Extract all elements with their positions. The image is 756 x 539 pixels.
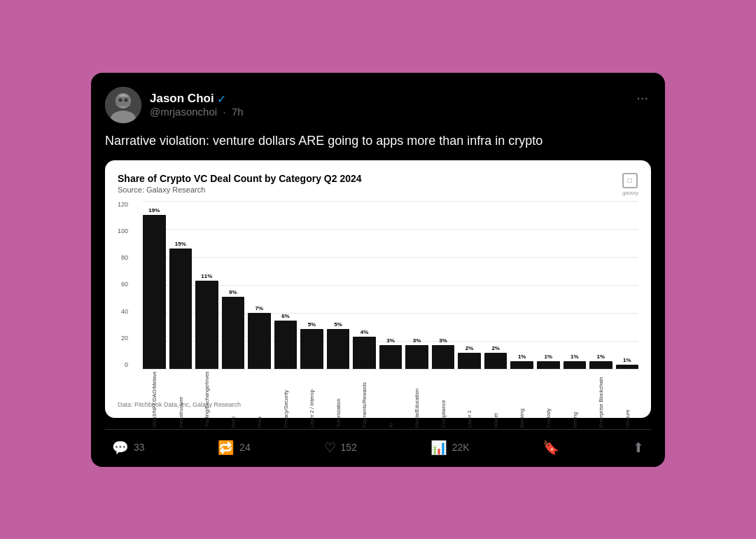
bar-percent-label: 15%	[175, 241, 186, 247]
bar-percent-label: 3%	[413, 337, 421, 344]
bar-col: 1%	[510, 201, 533, 369]
x-axis-label: Web3/NFT/DAO/Metaverse/Gaming	[143, 372, 166, 428]
svg-point-6	[125, 98, 128, 102]
verified-icon: ✓	[217, 92, 226, 106]
bar	[300, 329, 323, 369]
y-axis: 120100806040200	[118, 201, 131, 369]
bar-col: 2%	[458, 201, 481, 369]
tweet-header: Jason Choi ✓ @mrjasonchoi · 7h ···	[105, 87, 651, 123]
x-axis-label: Layer 1	[458, 372, 481, 428]
like-button[interactable]: ♡ 152	[324, 440, 357, 456]
galaxy-logo: ▢ galaxy	[622, 173, 638, 196]
bar-percent-label: 3%	[386, 337, 395, 344]
bar	[589, 361, 612, 369]
tweet-actions: 💬 33 🔁 24 ♡ 152 📊 22K 🔖 ⬆	[105, 429, 651, 467]
x-axis-label: Data	[248, 372, 271, 428]
x-axis-label: Tokenization	[327, 372, 350, 428]
user-name-row: Jason Choi ✓	[150, 92, 244, 106]
bar-col: 1%	[616, 201, 639, 369]
views-count: 22K	[452, 442, 470, 453]
bar-col: 5%	[300, 201, 323, 369]
x-labels: Web3/NFT/DAO/Metaverse/GamingInfrastruct…	[118, 372, 638, 428]
bar-col: 7%	[248, 201, 271, 369]
bar-col: 3%	[379, 201, 402, 369]
bar	[222, 297, 245, 369]
chart-title: Share of Crypto VC Deal Count by Categor…	[118, 173, 362, 184]
bar-col: 5%	[327, 201, 350, 369]
y-axis-label: 60	[121, 281, 128, 288]
bar	[248, 313, 271, 369]
bar	[353, 337, 376, 369]
bar-chart-area: 120100806040200 19%15%11%9%7%6%5%5%4%3%3…	[118, 201, 638, 397]
avatar	[105, 87, 141, 123]
retweet-button[interactable]: 🔁 24	[218, 440, 251, 456]
bar-percent-label: 1%	[544, 354, 552, 360]
chart-title-block: Share of Crypto VC Deal Count by Categor…	[118, 173, 362, 201]
bar-col: 11%	[195, 201, 218, 369]
svg-point-5	[119, 98, 122, 102]
x-axis-label: DeFi	[222, 372, 245, 428]
bar-percent-label: 7%	[255, 305, 264, 312]
svg-rect-4	[116, 97, 130, 106]
bar-col: 15%	[169, 201, 192, 369]
bar-col: 1%	[564, 201, 587, 369]
x-axis-label: Media/Education	[405, 372, 428, 428]
bar	[327, 329, 350, 369]
user-handle-time: @mrjasonchoi · 7h	[150, 106, 244, 118]
bar	[405, 345, 428, 369]
bar	[616, 365, 639, 369]
tweet-header-left: Jason Choi ✓ @mrjasonchoi · 7h	[105, 87, 244, 123]
x-axis-label: AI	[379, 372, 402, 428]
more-options-button[interactable]: ···	[634, 87, 651, 108]
x-axis-label: Layer 2 / Interop	[300, 372, 323, 428]
bar-col: 1%	[537, 201, 560, 369]
bar-percent-label: 3%	[439, 337, 447, 344]
bar	[195, 281, 218, 369]
y-axis-label: 100	[118, 227, 128, 234]
grid-line	[143, 369, 638, 370]
bar-percent-label: 5%	[308, 321, 316, 328]
x-axis-label: Compliance	[432, 372, 455, 428]
x-axis-label: Trading/Exchange/Investing/Lending	[195, 372, 218, 428]
reply-button[interactable]: 💬 33	[112, 440, 145, 456]
share-icon: ⬆	[633, 440, 644, 456]
share-button[interactable]: ⬆	[633, 440, 644, 456]
bar	[510, 361, 533, 369]
bar	[169, 248, 192, 369]
user-name: Jason Choi	[150, 92, 214, 106]
bar-percent-label: 2%	[491, 345, 500, 351]
views-icon: 📊	[430, 440, 447, 456]
bar-percent-label: 1%	[623, 357, 631, 363]
chart-header-row: Share of Crypto VC Deal Count by Categor…	[118, 173, 638, 201]
user-info: Jason Choi ✓ @mrjasonchoi · 7h	[150, 92, 244, 118]
bar	[484, 353, 507, 369]
reply-count: 33	[134, 442, 145, 453]
bookmark-button[interactable]: 🔖	[542, 440, 559, 456]
y-axis-label: 40	[121, 308, 128, 315]
bar-col: 3%	[432, 201, 455, 369]
x-axis-label: Venture	[616, 372, 639, 428]
y-axis-label: 20	[121, 335, 128, 342]
bar-col: 6%	[274, 201, 298, 369]
x-axis-label: Mining	[564, 372, 587, 428]
x-axis-label: Custody	[537, 372, 560, 428]
views-button[interactable]: 📊 22K	[430, 440, 470, 456]
retweet-count: 24	[239, 442, 251, 453]
bar-col: 19%	[143, 201, 166, 369]
bar	[458, 353, 481, 369]
y-axis-label: 120	[118, 201, 128, 208]
bar	[143, 215, 166, 369]
bar-percent-label: 6%	[281, 313, 290, 319]
bar-percent-label: 2%	[465, 345, 474, 351]
bars-wrapper: 120100806040200 19%15%11%9%7%6%5%5%4%3%3…	[118, 201, 638, 369]
x-axis-label: Privacy/Security	[274, 372, 298, 428]
y-axis-label: 0	[125, 361, 128, 368]
bookmark-icon: 🔖	[542, 440, 559, 456]
bar-col: 4%	[353, 201, 376, 369]
like-icon: ♡	[324, 440, 336, 456]
bar-percent-label: 4%	[360, 329, 369, 335]
bar-col: 1%	[589, 201, 612, 369]
bar	[274, 321, 298, 369]
chart-container: Share of Crypto VC Deal Count by Categor…	[105, 160, 651, 418]
bar-percent-label: 5%	[334, 321, 342, 328]
